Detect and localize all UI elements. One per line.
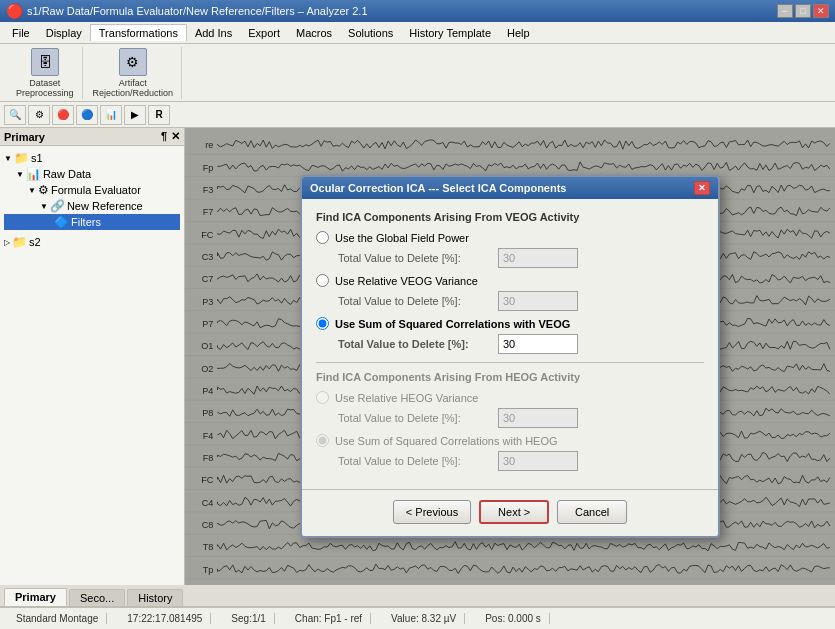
radio-relative-veog-label: Use Relative VEOG Variance — [335, 275, 478, 287]
right-panel: // Rendered via inline JS below reFpF3F7… — [185, 128, 835, 585]
menu-addins[interactable]: Add Ins — [187, 25, 240, 41]
tree-label: s2 — [29, 236, 41, 248]
menu-help[interactable]: Help — [499, 25, 538, 41]
radio-relative-veog[interactable]: Use Relative VEOG Variance — [316, 274, 704, 287]
radio-sum-squared-veog-input[interactable] — [316, 317, 329, 330]
tree-s2[interactable]: ▷ 📁 s2 — [4, 234, 180, 250]
tab-secondary[interactable]: Seco... — [69, 589, 125, 606]
formula-icon: ⚙ — [38, 183, 49, 197]
tree-s1[interactable]: ▼ 📁 s1 — [4, 150, 180, 166]
dialog-close-button[interactable]: ✕ — [694, 181, 710, 195]
field-row-heog2: Total Value to Delete [%]: — [316, 451, 704, 471]
field-row-veog1: Total Value to Delete [%]: — [316, 248, 704, 268]
radio-sum-squared-heog[interactable]: Use Sum of Squared Correlations with HEO… — [316, 434, 704, 447]
status-pos: Pos: 0.000 s — [477, 613, 550, 624]
field-row-heog1: Total Value to Delete [%]: — [316, 408, 704, 428]
artifact-rejection-button[interactable]: ⚙ ArtifactRejection/Reduction — [85, 47, 183, 99]
panel-close-button[interactable]: ✕ — [171, 130, 180, 143]
tree-newref[interactable]: ▼ 🔗 New Reference — [4, 198, 180, 214]
folder-icon: 📁 — [14, 151, 29, 165]
dialog: Ocular Correction ICA --- Select ICA Com… — [300, 175, 720, 538]
tree-arrow: ▼ — [4, 154, 12, 163]
left-panel: Primary ¶ ✕ ▼ 📁 s1 ▼ 📊 Raw Data ▼ ⚙ Form… — [0, 128, 185, 585]
menu-export[interactable]: Export — [240, 25, 288, 41]
radio-relative-heog[interactable]: Use Relative HEOG Variance — [316, 391, 704, 404]
menu-transformations[interactable]: Transformations — [90, 24, 187, 41]
menu-solutions[interactable]: Solutions — [340, 25, 401, 41]
tree-arrow: ▼ — [40, 202, 48, 211]
dataset-preprocessing-icon: 🗄 — [31, 48, 59, 76]
toolbar-btn-6[interactable]: ▶ — [124, 105, 146, 125]
tree-label: Raw Data — [43, 168, 91, 180]
secondary-toolbar: 🔍 ⚙ 🔴 🔵 📊 ▶ R — [0, 102, 835, 128]
field-label-veog1: Total Value to Delete [%]: — [338, 252, 498, 264]
tree-label: Formula Evaluator — [51, 184, 141, 196]
dataset-preprocessing-label: DatasetPreprocessing — [16, 78, 74, 98]
minimize-button[interactable]: − — [777, 4, 793, 18]
tab-history[interactable]: History — [127, 589, 183, 606]
pin-button[interactable]: ¶ — [161, 130, 167, 143]
tree-label: s1 — [31, 152, 43, 164]
radio-global-field-power-input[interactable] — [316, 231, 329, 244]
s2-icon: 📁 — [12, 235, 27, 249]
status-seg: Seg:1/1 — [223, 613, 274, 624]
radio-relative-heog-input[interactable] — [316, 391, 329, 404]
tree-arrow: ▼ — [28, 186, 36, 195]
status-time: 17:22:17.081495 — [119, 613, 211, 624]
title-bar-left: 🔴 s1/Raw Data/Formula Evaluator/New Refe… — [6, 3, 368, 19]
rawdata-icon: 📊 — [26, 167, 41, 181]
tab-primary[interactable]: Primary — [4, 588, 67, 606]
menu-history-template[interactable]: History Template — [401, 25, 499, 41]
toolbar-btn-3[interactable]: 🔴 — [52, 105, 74, 125]
radio-global-field-power-label: Use the Global Field Power — [335, 232, 469, 244]
radio-relative-veog-input[interactable] — [316, 274, 329, 287]
tree-arrow: ▷ — [4, 238, 10, 247]
tree-arrow: ▼ — [16, 170, 24, 179]
dataset-preprocessing-button[interactable]: 🗄 DatasetPreprocessing — [8, 47, 83, 99]
newref-icon: 🔗 — [50, 199, 65, 213]
radio-relative-heog-label: Use Relative HEOG Variance — [335, 392, 478, 404]
next-button[interactable]: Next > — [479, 500, 549, 524]
radio-sum-squared-veog-label: Use Sum of Squared Correlations with VEO… — [335, 318, 570, 330]
dialog-footer: < Previous Next > Cancel — [302, 489, 718, 536]
close-button[interactable]: ✕ — [813, 4, 829, 18]
tab-bar: Primary Seco... History — [0, 585, 835, 607]
tree-area: ▼ 📁 s1 ▼ 📊 Raw Data ▼ ⚙ Formula Evaluato… — [0, 146, 184, 585]
status-chan: Chan: Fp1 - ref — [287, 613, 371, 624]
maximize-button[interactable]: □ — [795, 4, 811, 18]
previous-button[interactable]: < Previous — [393, 500, 471, 524]
toolbar-btn-1[interactable]: 🔍 — [4, 105, 26, 125]
veog-section-title: Find ICA Components Arising From VEOG Ac… — [316, 211, 704, 223]
toolbar-btn-r[interactable]: R — [148, 105, 170, 125]
field-input-veog1[interactable] — [498, 248, 578, 268]
artifact-rejection-label: ArtifactRejection/Reduction — [93, 78, 174, 98]
tree-label: New Reference — [67, 200, 143, 212]
toolbar-btn-2[interactable]: ⚙ — [28, 105, 50, 125]
tree-formula[interactable]: ▼ ⚙ Formula Evaluator — [4, 182, 180, 198]
menu-file[interactable]: File — [4, 25, 38, 41]
panel-header: Primary ¶ ✕ — [0, 128, 184, 146]
radio-global-field-power[interactable]: Use the Global Field Power — [316, 231, 704, 244]
tree-rawdata[interactable]: ▼ 📊 Raw Data — [4, 166, 180, 182]
toolbar: 🗄 DatasetPreprocessing ⚙ ArtifactRejecti… — [0, 44, 835, 102]
radio-sum-squared-veog[interactable]: Use Sum of Squared Correlations with VEO… — [316, 317, 704, 330]
dialog-titlebar: Ocular Correction ICA --- Select ICA Com… — [302, 177, 718, 199]
cancel-button[interactable]: Cancel — [557, 500, 627, 524]
artifact-rejection-icon: ⚙ — [119, 48, 147, 76]
radio-sum-squared-heog-input[interactable] — [316, 434, 329, 447]
field-input-heog1[interactable] — [498, 408, 578, 428]
radio-sum-squared-heog-label: Use Sum of Squared Correlations with HEO… — [335, 435, 558, 447]
heog-section-title: Find ICA Components Arising From HEOG Ac… — [316, 371, 704, 383]
menu-macros[interactable]: Macros — [288, 25, 340, 41]
field-input-veog2[interactable] — [498, 291, 578, 311]
field-label-heog1: Total Value to Delete [%]: — [338, 412, 498, 424]
menu-display[interactable]: Display — [38, 25, 90, 41]
app-icon: 🔴 — [6, 3, 23, 19]
tree-filters[interactable]: 🔷 Filters — [4, 214, 180, 230]
dialog-title: Ocular Correction ICA --- Select ICA Com… — [310, 182, 567, 194]
toolbar-btn-4[interactable]: 🔵 — [76, 105, 98, 125]
toolbar-btn-5[interactable]: 📊 — [100, 105, 122, 125]
field-input-veog3[interactable] — [498, 334, 578, 354]
field-input-heog2[interactable] — [498, 451, 578, 471]
status-montage: Standard Montage — [8, 613, 107, 624]
